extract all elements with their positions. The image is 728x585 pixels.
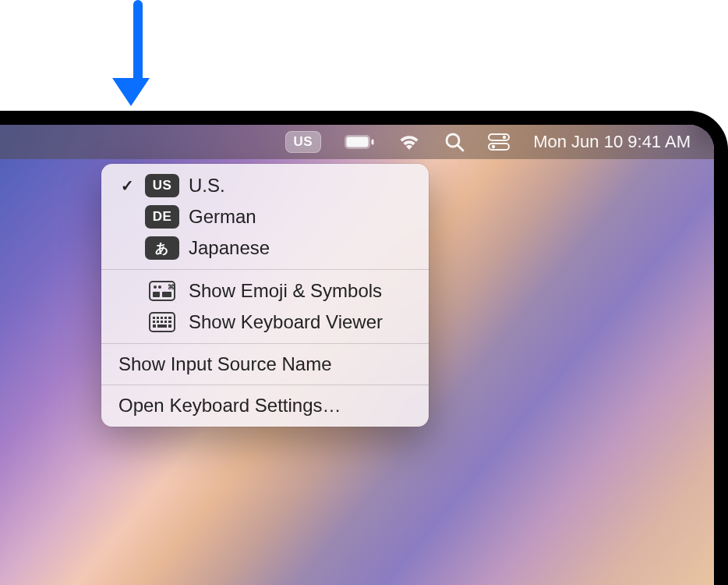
show-input-source-name[interactable]: Show Input Source Name (101, 349, 429, 379)
svg-rect-27 (157, 324, 167, 328)
svg-rect-18 (161, 317, 163, 319)
emoji-symbols-icon: ⌘ (145, 279, 179, 303)
svg-rect-19 (164, 317, 167, 319)
desktop-wallpaper: US (0, 125, 714, 585)
show-keyboard-viewer[interactable]: ✓ (101, 307, 429, 338)
svg-point-10 (154, 285, 157, 289)
lang-badge: あ (145, 236, 179, 260)
svg-rect-22 (157, 321, 159, 323)
menu-divider (101, 385, 429, 385)
annotation-arrow (126, 0, 150, 106)
open-keyboard-settings[interactable]: Open Keyboard Settings… (101, 391, 429, 420)
svg-rect-26 (153, 324, 156, 328)
svg-rect-2 (372, 140, 374, 145)
lang-label: U.S. (189, 175, 225, 197)
svg-line-4 (458, 145, 463, 151)
menu-label: Show Emoji & Symbols (189, 280, 382, 302)
svg-rect-16 (153, 317, 155, 319)
menubar-clock[interactable]: Mon Jun 10 9:41 AM (533, 129, 691, 154)
menu-label: Show Input Source Name (118, 353, 331, 375)
svg-point-6 (503, 136, 506, 139)
svg-rect-17 (157, 317, 159, 319)
svg-rect-20 (168, 317, 171, 319)
input-source-badge: US (285, 131, 322, 153)
menu-label: Open Keyboard Settings… (118, 395, 341, 417)
svg-rect-24 (164, 321, 167, 323)
svg-rect-13 (153, 292, 160, 297)
svg-rect-25 (168, 321, 171, 323)
menu-label: Show Keyboard Viewer (189, 311, 383, 333)
menu-divider (101, 343, 429, 344)
keyboard-viewer-icon (145, 310, 179, 334)
checkmark-icon: ✓ (118, 176, 136, 195)
input-source-item-us[interactable]: ✓ US U.S. (101, 170, 429, 201)
control-center-icon[interactable] (488, 129, 510, 154)
input-source-item-japanese[interactable]: ✓ あ Japanese (101, 232, 429, 264)
svg-rect-28 (168, 324, 171, 328)
battery-icon[interactable] (345, 129, 374, 154)
menubar: US (0, 125, 714, 159)
lang-badge: DE (145, 205, 179, 229)
svg-rect-14 (162, 292, 171, 297)
svg-point-11 (158, 285, 161, 289)
menu-divider (101, 269, 429, 270)
svg-rect-1 (347, 137, 369, 147)
lang-badge: US (145, 174, 179, 197)
lang-label: Japanese (189, 237, 270, 259)
input-source-dropdown: ✓ US U.S. ✓ DE German ✓ あ Japanese ✓ (101, 164, 429, 427)
svg-text:⌘: ⌘ (168, 283, 175, 291)
wifi-icon[interactable] (398, 129, 421, 154)
show-emoji-symbols[interactable]: ✓ ⌘ Show Emoji & Symbols (101, 275, 429, 307)
input-source-menu[interactable]: US (285, 129, 322, 154)
svg-rect-23 (161, 321, 163, 323)
search-icon[interactable] (444, 129, 465, 154)
svg-rect-21 (153, 321, 155, 323)
lang-label: German (189, 206, 256, 228)
input-source-item-german[interactable]: ✓ DE German (101, 201, 429, 232)
svg-point-8 (492, 145, 495, 148)
device-bezel: US (0, 111, 728, 585)
